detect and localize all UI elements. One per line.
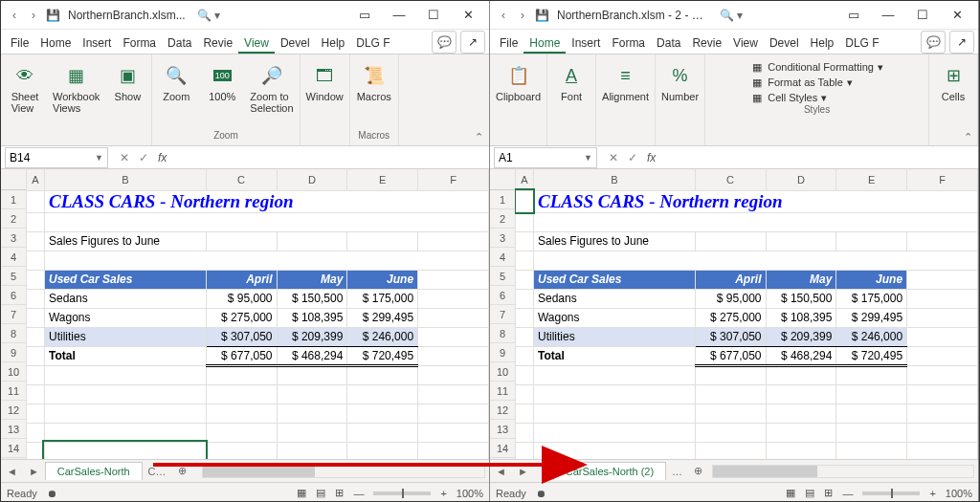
tab-insert[interactable]: Insert — [566, 33, 606, 54]
ribbon-collapse-caret[interactable]: ⌃ — [964, 131, 972, 143]
col-header[interactable]: F — [907, 169, 978, 190]
save-icon[interactable]: 💾 — [532, 9, 551, 22]
tab-view[interactable]: View — [238, 33, 275, 54]
col-header[interactable]: E — [836, 169, 907, 190]
close-icon[interactable]: ✕ — [451, 8, 485, 22]
tab-data[interactable]: Data — [162, 33, 197, 54]
tab-data[interactable]: Data — [651, 33, 686, 54]
accept-formula-icon[interactable]: ✓ — [139, 151, 148, 164]
zoom-button[interactable]: 🔍Zoom — [158, 62, 194, 102]
tab-dlg[interactable]: DLG F — [350, 33, 395, 54]
tab-help[interactable]: Help — [316, 33, 351, 54]
workbook-views-button[interactable]: ▦Workbook Views — [53, 62, 100, 114]
sheet-title[interactable]: CLASS CARS - Northern region — [44, 190, 488, 212]
comments-icon[interactable]: 💬 — [432, 31, 457, 54]
tab-scroll-right-icon[interactable]: ► — [23, 466, 45, 477]
new-sheet-icon[interactable]: ⊕ — [688, 465, 708, 477]
font-button[interactable]: AFont — [553, 62, 590, 102]
alignment-button[interactable]: ≡Alignment — [602, 62, 649, 102]
cancel-formula-icon[interactable]: ✕ — [609, 151, 618, 164]
comments-icon[interactable]: 💬 — [921, 31, 946, 54]
zoom-100-button[interactable]: 100100% — [204, 62, 240, 102]
col-header[interactable]: D — [766, 169, 836, 190]
zoom-percent[interactable]: 100% — [457, 488, 483, 499]
cancel-formula-icon[interactable]: ✕ — [120, 151, 129, 164]
share-icon[interactable]: ↗ — [460, 31, 485, 54]
tab-scroll-left-icon[interactable]: ◄ — [1, 466, 23, 477]
tab-formulas[interactable]: Forma — [117, 33, 162, 54]
tab-scroll-right-icon[interactable]: ► — [512, 466, 534, 477]
zoom-in-icon[interactable]: + — [929, 488, 935, 499]
name-box-left[interactable]: B14▼ — [5, 147, 108, 168]
macro-record-icon[interactable]: ⏺ — [47, 488, 57, 499]
tab-help[interactable]: Help — [805, 33, 840, 54]
view-normal-icon[interactable]: ▦ — [786, 487, 795, 499]
tab-file[interactable]: File — [5, 33, 34, 54]
conditional-formatting-button[interactable]: ▦Conditional Formatting ▾ — [750, 60, 883, 74]
search-icon[interactable]: 🔍 ▾ — [714, 9, 748, 22]
ribbon-collapse-icon[interactable]: ▭ — [836, 8, 871, 22]
col-header[interactable]: C — [206, 169, 277, 190]
macro-record-icon[interactable]: ⏺ — [536, 488, 546, 499]
zoom-out-icon[interactable]: — — [842, 488, 853, 499]
back-icon[interactable]: ‹ — [494, 9, 513, 22]
maximize-icon[interactable]: ☐ — [905, 8, 940, 22]
fx-icon[interactable]: fx — [647, 151, 656, 164]
tab-review[interactable]: Revie — [686, 33, 727, 54]
chevron-down-icon[interactable]: ▼ — [95, 153, 103, 163]
name-box-right[interactable]: A1▼ — [494, 147, 597, 168]
view-pagebreak-icon[interactable]: ⊞ — [335, 487, 344, 499]
col-header[interactable]: A — [27, 169, 45, 190]
zoom-out-icon[interactable]: — — [353, 488, 364, 499]
window-button[interactable]: 🗔Window — [306, 62, 344, 102]
forward-icon[interactable]: › — [513, 9, 532, 22]
view-normal-icon[interactable]: ▦ — [297, 487, 306, 499]
sheet-title[interactable]: CLASS CARS - Northern region — [533, 190, 977, 212]
zoom-in-icon[interactable]: + — [440, 488, 446, 499]
minimize-icon[interactable]: — — [871, 8, 905, 22]
chevron-down-icon[interactable]: ▼ — [584, 153, 592, 163]
sheet-tab[interactable]: CarSales-North — [45, 462, 143, 480]
tab-developer[interactable]: Devel — [275, 33, 316, 54]
format-as-table-button[interactable]: ▦Format as Table ▾ — [750, 76, 883, 89]
tab-review[interactable]: Revie — [197, 33, 238, 54]
col-header[interactable]: B — [44, 169, 206, 190]
cell-styles-button[interactable]: ▦Cell Styles ▾ — [750, 91, 883, 104]
col-header[interactable]: F — [418, 169, 489, 190]
search-icon[interactable]: 🔍 ▾ — [191, 9, 226, 22]
ribbon-collapse-icon[interactable]: ▭ — [347, 8, 382, 22]
view-pagelayout-icon[interactable]: ▤ — [316, 487, 325, 499]
tab-home[interactable]: Home — [34, 33, 77, 54]
col-header[interactable]: B — [533, 169, 695, 190]
tab-file[interactable]: File — [494, 33, 523, 54]
tab-home[interactable]: Home — [523, 33, 566, 54]
sheet-view-button[interactable]: 👁Sheet View — [7, 62, 43, 114]
number-button[interactable]: %Number — [661, 62, 699, 102]
col-header[interactable]: D — [277, 169, 347, 190]
minimize-icon[interactable]: — — [382, 8, 416, 22]
col-header[interactable]: E — [347, 169, 418, 190]
subtitle[interactable]: Sales Figures to June — [533, 231, 695, 251]
share-icon[interactable]: ↗ — [949, 31, 974, 54]
tab-insert[interactable]: Insert — [77, 33, 117, 54]
show-button[interactable]: ▣Show — [109, 62, 145, 102]
accept-formula-icon[interactable]: ✓ — [628, 151, 637, 164]
new-sheet-icon[interactable]: ⊕ — [172, 465, 192, 477]
forward-icon[interactable]: › — [24, 9, 43, 22]
view-pagebreak-icon[interactable]: ⊞ — [824, 487, 833, 499]
macros-button[interactable]: 📜Macros — [356, 62, 392, 102]
sheet-tab[interactable]: CarSales-North (2) — [553, 462, 666, 480]
close-icon[interactable]: ✕ — [940, 8, 974, 22]
back-icon[interactable]: ‹ — [5, 9, 24, 22]
view-pagelayout-icon[interactable]: ▤ — [805, 487, 814, 499]
maximize-icon[interactable]: ☐ — [416, 8, 451, 22]
cells-button[interactable]: ⊞Cells — [935, 62, 971, 102]
col-header[interactable]: A — [516, 169, 534, 190]
ribbon-collapse-caret[interactable]: ⌃ — [475, 131, 483, 143]
tab-view[interactable]: View — [727, 33, 764, 54]
clipboard-button[interactable]: 📋Clipboard — [496, 62, 541, 102]
tab-dlg[interactable]: DLG F — [839, 33, 884, 54]
tab-scroll-left-icon[interactable]: ◄ — [490, 466, 512, 477]
tab-formulas[interactable]: Forma — [606, 33, 651, 54]
subtitle[interactable]: Sales Figures to June — [44, 231, 206, 251]
